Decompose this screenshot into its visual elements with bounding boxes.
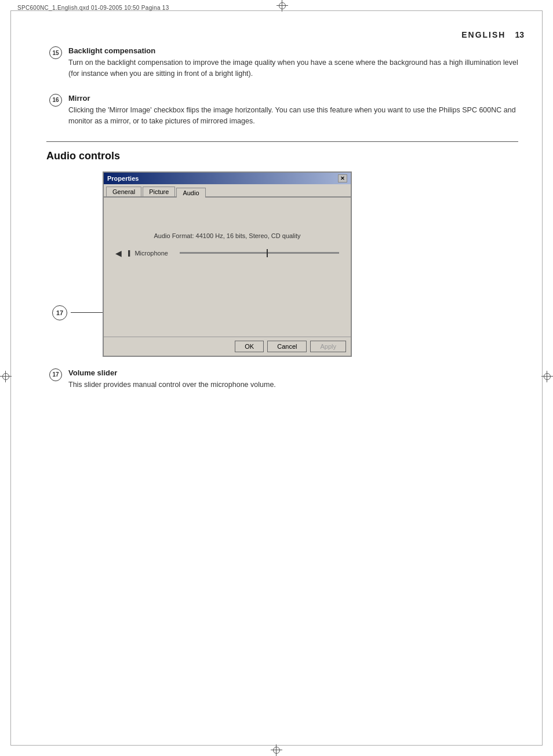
backlight-text: Turn on the backlight compensation to im… bbox=[68, 57, 518, 80]
left-reg-mark bbox=[0, 371, 12, 382]
apply-button[interactable]: Apply bbox=[310, 341, 346, 352]
properties-dialog: Properties ✕ General Picture Audio Audio… bbox=[103, 171, 352, 357]
section-backlight: 15 Backlight compensation Turn on the ba… bbox=[46, 46, 518, 80]
audio-dialog-section: 17 Properties ✕ General Picture Audio Au… bbox=[52, 171, 518, 357]
file-header: SPC600NC_1.English.qxd 01-09-2005 10:50 … bbox=[17, 5, 169, 11]
number-17-label: 17 bbox=[46, 368, 65, 381]
audio-format-text: Audio Format: 44100 Hz, 16 bits, Stereo,… bbox=[115, 232, 339, 239]
backlight-title: Backlight compensation bbox=[68, 46, 518, 55]
volume-slider-content: Volume slider This slider provides manua… bbox=[68, 368, 518, 390]
arrow-line bbox=[71, 312, 103, 313]
microphone-row: ◀ ▐ Microphone bbox=[115, 249, 339, 258]
audio-controls-heading: Audio controls bbox=[46, 150, 518, 162]
section-volume-slider: 17 Volume slider This slider provides ma… bbox=[46, 368, 518, 390]
tab-audio[interactable]: Audio bbox=[176, 188, 205, 198]
dialog-body: Audio Format: 44100 Hz, 16 bits, Stereo,… bbox=[104, 198, 351, 337]
tab-picture[interactable]: Picture bbox=[143, 187, 175, 196]
cancel-button[interactable]: Cancel bbox=[267, 341, 307, 352]
section-divider bbox=[46, 141, 518, 142]
volume-slider-thumb[interactable] bbox=[267, 249, 268, 257]
section-mirror: 16 Mirror Clicking the 'Mirror Image' ch… bbox=[46, 94, 518, 127]
microphone-label: Microphone bbox=[134, 250, 175, 257]
dialog-close-button[interactable]: ✕ bbox=[338, 174, 347, 182]
dialog-titlebar: Properties ✕ bbox=[104, 173, 351, 184]
volume-slider-track[interactable] bbox=[180, 252, 339, 254]
mirror-text: Clicking the 'Mirror Image' checkbox fli… bbox=[68, 105, 518, 127]
ok-button[interactable]: OK bbox=[235, 341, 264, 352]
right-reg-mark bbox=[541, 371, 553, 382]
number-17-circle: 17 bbox=[52, 305, 67, 320]
top-reg-mark bbox=[276, 0, 288, 12]
bottom-reg-mark bbox=[271, 744, 282, 756]
page-number: 13 bbox=[515, 30, 524, 39]
volume-slider-title: Volume slider bbox=[68, 368, 518, 377]
mirror-title: Mirror bbox=[68, 94, 518, 103]
microphone-icon: ◀ bbox=[115, 249, 122, 258]
main-content: 15 Backlight compensation Turn on the ba… bbox=[46, 46, 518, 404]
dialog-footer: OK Cancel Apply bbox=[104, 337, 351, 356]
language-label: ENGLISH bbox=[461, 30, 505, 39]
dialog-title: Properties bbox=[107, 175, 139, 182]
tab-general[interactable]: General bbox=[106, 187, 141, 196]
mirror-content: Mirror Clicking the 'Mirror Image' check… bbox=[68, 94, 518, 127]
dialog-tabs: General Picture Audio bbox=[104, 184, 351, 198]
volume-slider-text: This slider provides manual control over… bbox=[68, 379, 518, 390]
backlight-content: Backlight compensation Turn on the backl… bbox=[68, 46, 518, 80]
number-15: 15 bbox=[46, 46, 65, 59]
volume-low-icon: ▐ bbox=[126, 250, 130, 256]
number-16: 16 bbox=[46, 94, 65, 107]
